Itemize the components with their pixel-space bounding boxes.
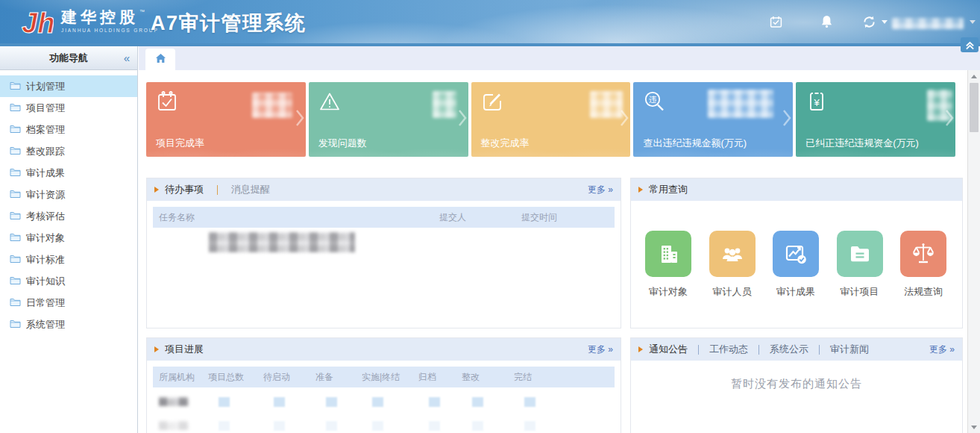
scrollbar-thumb[interactable] xyxy=(970,83,979,132)
chevron-right-icon xyxy=(458,109,467,130)
sidebar-item-rectification-tracking[interactable]: 整改跟踪 xyxy=(0,140,137,162)
brand-subtitle: JIANHUA HOLDINGS GROUP xyxy=(61,28,159,33)
sidebar-item-audit-standards[interactable]: 审计标准 xyxy=(0,249,137,270)
sidebar-item-archive-management[interactable]: 档案管理 xyxy=(0,119,137,140)
users-icon xyxy=(709,231,756,277)
tab-todo-items[interactable]: 待办事项 xyxy=(165,183,204,196)
query-panel-header: 常用查询 xyxy=(631,178,962,201)
sidebar-item-audit-knowledge[interactable]: 审计知识 xyxy=(0,270,137,292)
column-submit-time: 提交时间 xyxy=(521,211,615,224)
sidebar-item-label: 考核评估 xyxy=(26,210,65,223)
count-blurred xyxy=(274,397,285,407)
shortcut-audit-objects[interactable]: 审计对象 xyxy=(638,231,698,299)
shortcut-audit-results[interactable]: 审计成果 xyxy=(766,231,826,299)
svg-text:¥: ¥ xyxy=(814,97,820,108)
tab-home[interactable] xyxy=(145,49,175,70)
stat-card-rectification-rate[interactable]: 整改完成率 xyxy=(471,82,631,157)
stat-card-label: 已纠正违纪违规资金(万元) xyxy=(805,137,919,150)
sidebar-item-project-management[interactable]: 项目管理 xyxy=(0,97,137,119)
tab-divider xyxy=(758,345,759,355)
triangle-down-icon xyxy=(971,426,977,429)
sidebar-item-audit-resources[interactable]: 审计资源 xyxy=(0,184,137,205)
folder-icon xyxy=(10,211,21,222)
stat-card-label: 查出违纪违规金额(万元) xyxy=(643,137,747,150)
stat-card-project-completion[interactable]: 项目完成率 xyxy=(146,82,306,157)
user-name-blurred[interactable] xyxy=(892,18,964,29)
refresh-icon[interactable] xyxy=(862,15,876,32)
progress-panel-header: 项目进展 更多 » xyxy=(147,338,621,361)
shortcut-label: 审计项目 xyxy=(830,285,890,299)
notice-more-link[interactable]: 更多 » xyxy=(929,343,955,356)
brand-logo: Jh 建华控股 ™ JIANHUA HOLDINGS GROUP xyxy=(21,5,159,38)
stat-card-violation-amount[interactable]: 违 查出违纪违规金额(万元) xyxy=(633,82,793,157)
sidebar-header: 功能导航 « xyxy=(0,46,137,70)
user-menu-caret-icon[interactable] xyxy=(970,20,976,24)
folder-icon xyxy=(10,146,21,158)
notice-empty-text: 暂时没有发布的通知公告 xyxy=(631,377,962,391)
stat-card-issues-found[interactable]: 发现问题数 xyxy=(309,82,468,157)
stat-cards-row: 项目完成率 发现问题数 xyxy=(146,82,955,157)
sidebar-item-daily-management[interactable]: 日常管理 xyxy=(0,292,137,314)
todo-table-header: 任务名称 提交人 提交时间 xyxy=(153,207,615,228)
scroll-up-button[interactable] xyxy=(968,70,980,82)
collapse-header-button[interactable] xyxy=(961,37,979,52)
sidebar-item-audit-results[interactable]: 审计成果 xyxy=(0,162,137,184)
sidebar-item-label: 审计知识 xyxy=(26,275,65,288)
todo-more-link[interactable]: 更多 » xyxy=(588,184,613,196)
folder-icon xyxy=(10,232,21,244)
count-blurred xyxy=(326,397,337,407)
table-row[interactable] xyxy=(153,392,615,411)
shortcut-label: 审计人员 xyxy=(703,285,762,299)
tab-system-announcements[interactable]: 系统公示 xyxy=(770,343,808,356)
tab-divider xyxy=(217,185,218,195)
vertical-scrollbar[interactable] xyxy=(967,70,980,433)
building-icon xyxy=(645,231,691,277)
sidebar-item-audit-objects[interactable]: 审计对象 xyxy=(0,227,137,249)
column-preparation: 准备 xyxy=(315,371,362,384)
scales-icon xyxy=(900,231,946,277)
calendar-check-icon[interactable] xyxy=(770,16,782,31)
tab-notices[interactable]: 通知公告 xyxy=(649,343,688,356)
tab-audit-news[interactable]: 审计新闻 xyxy=(830,343,869,356)
column-archived: 归档 xyxy=(418,371,462,384)
sidebar-item-label: 计划管理 xyxy=(26,80,65,93)
tab-work-dynamics[interactable]: 工作动态 xyxy=(709,343,748,356)
content-area: 项目完成率 发现问题数 xyxy=(139,70,980,433)
table-row[interactable] xyxy=(153,416,615,433)
count-blurred xyxy=(219,397,230,407)
sidebar-item-label: 日常管理 xyxy=(26,296,65,310)
sidebar-nav: 计划管理 项目管理 档案管理 整改跟踪 审计成果 审计资源 考核评估 审计对象 xyxy=(0,70,137,335)
shortcut-label: 审计成果 xyxy=(766,285,826,299)
sidebar-item-label: 审计资源 xyxy=(26,188,65,202)
project-progress-panel: 项目进展 更多 » 所属机构 项目总数 待启动 准备 实施|终结 归档 整改 完… xyxy=(146,337,621,433)
sidebar-item-label: 审计对象 xyxy=(26,231,65,245)
sidebar-item-label: 系统管理 xyxy=(26,318,65,331)
table-row[interactable] xyxy=(153,228,615,256)
shortcut-audit-personnel[interactable]: 审计人员 xyxy=(703,231,762,299)
progress-panel-title: 项目进展 xyxy=(165,343,204,356)
sidebar-item-assessment-evaluation[interactable]: 考核评估 xyxy=(0,205,137,227)
scroll-down-button[interactable] xyxy=(968,421,980,433)
sidebar-item-system-management[interactable]: 系统管理 xyxy=(0,314,137,335)
query-shortcuts: 审计对象 审计人员 xyxy=(631,201,962,299)
arrow-marker-icon xyxy=(154,346,159,352)
count-blurred xyxy=(429,397,440,407)
refresh-caret-icon[interactable] xyxy=(882,20,888,24)
sidebar-collapse-icon[interactable]: « xyxy=(124,46,130,70)
sidebar-item-plan-management[interactable]: 计划管理 xyxy=(0,75,137,97)
sidebar-item-label: 整改跟踪 xyxy=(26,145,65,158)
shortcut-label: 审计对象 xyxy=(638,285,698,299)
notice-panel-header: 通知公告 工作动态 系统公示 审计新闻 更多 » xyxy=(631,338,962,361)
stat-card-label: 发现问题数 xyxy=(318,137,367,150)
shortcut-audit-projects[interactable]: 审计项目 xyxy=(830,231,890,299)
stat-value-blurred xyxy=(433,91,456,118)
tab-message-reminders[interactable]: 消息提醒 xyxy=(231,183,270,196)
bell-icon[interactable] xyxy=(820,15,833,31)
stat-card-corrected-funds[interactable]: ¥ 已纠正违纪违规资金(万元) xyxy=(796,82,955,157)
stat-card-label: 项目完成率 xyxy=(156,137,204,150)
shortcut-regulation-query[interactable]: 法规查询 xyxy=(893,231,953,299)
todo-panel: 待办事项 消息提醒 更多 » 任务名称 提交人 提交时间 xyxy=(146,178,621,328)
edit-icon xyxy=(481,90,503,116)
progress-more-link[interactable]: 更多 » xyxy=(588,343,613,356)
sidebar: 功能导航 « 计划管理 项目管理 档案管理 整改跟踪 审计成果 审计资源 xyxy=(0,46,138,433)
